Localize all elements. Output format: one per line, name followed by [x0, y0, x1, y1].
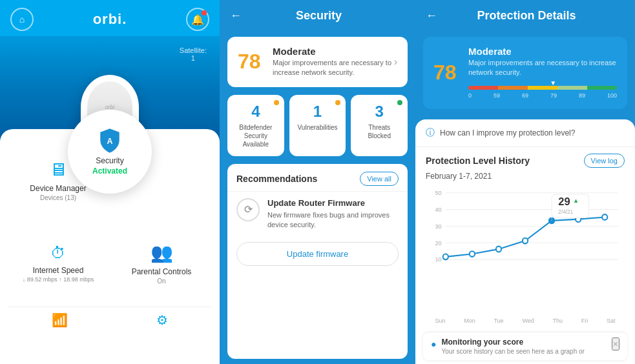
svg-text:2/4/21: 2/4/21 [558, 208, 573, 215]
parental-controls-label: Parental Controls [132, 267, 192, 276]
score-card-chevron-icon: › [394, 56, 397, 68]
scale-label-79: 79 [550, 92, 557, 99]
svg-text:30: 30 [435, 222, 441, 229]
sidebar-item-internet-speed[interactable]: ⏱ Internet Speed ↓ 89.52 mbps ↑ 18.98 mb… [8, 223, 109, 305]
shield-icon: A [97, 128, 123, 154]
monitoring-icon: ● [431, 339, 436, 349]
device-manager-icon: 🖥 [49, 159, 67, 180]
bitdefender-count: 4 [233, 103, 279, 121]
protection-score-desc: Major improvements are necessary to incr… [468, 58, 617, 78]
scale-orange-segment [498, 86, 528, 90]
scale-label-100: 100 [607, 92, 617, 99]
svg-text:A: A [107, 137, 113, 146]
x-label-tue: Tue [494, 318, 503, 324]
notification-dot [202, 10, 207, 15]
x-label-sat: Sat [607, 318, 616, 324]
svg-point-12 [470, 251, 475, 257]
home-topbar: ⌂ orbi. 🔔 [0, 0, 220, 36]
monitoring-desc: Your score history can be seen here as a… [441, 348, 609, 355]
bitdefender-stat-card[interactable]: 4 Bitdefender Security Available [227, 95, 284, 156]
security-score-desc: Major improvements are necessary to incr… [273, 58, 394, 78]
svg-text:10: 10 [435, 256, 441, 263]
sidebar-item-parental-controls[interactable]: 👥 Parental Controls On [111, 223, 212, 305]
scale-label-0: 0 [468, 92, 472, 99]
sidebar-item-security[interactable]: A Security Activated [68, 110, 152, 194]
monitoring-banner: ● Monitoring your score Your score histo… [423, 332, 627, 360]
vulnerabilities-label: Vulnerabilities [295, 123, 341, 132]
update-firmware-button[interactable]: Update firmware [236, 242, 399, 266]
security-label: Security [96, 156, 123, 165]
protection-title: Protection Details [448, 9, 605, 23]
recommendations-panel: Recommendations View all ⟳ Update Router… [227, 164, 408, 359]
panel-home: ⌂ orbi. 🔔 Satellite: 1 orbi A Security [0, 0, 220, 364]
scale-bar [468, 86, 617, 90]
svg-text:▲: ▲ [573, 196, 579, 203]
monitoring-close-button[interactable]: × [612, 338, 619, 350]
satellite-label: Satellite: 1 [180, 46, 207, 62]
scale-label-89: 89 [579, 92, 585, 99]
threats-count: 3 [356, 103, 402, 121]
security-back-button[interactable]: ← [230, 9, 242, 23]
protection-score-info: Moderate Major improvements are necessar… [468, 46, 617, 100]
svg-point-11 [443, 254, 448, 259]
security-title: Security [252, 9, 386, 23]
security-score-number: 78 [238, 50, 264, 74]
view-all-button[interactable]: View all [360, 172, 399, 186]
x-label-sun: Sun [435, 318, 445, 324]
firmware-rec-desc: New firmware fixes bugs and improves dev… [267, 210, 399, 230]
vulnerabilities-stat-card[interactable]: 1 Vulnerabilities [289, 95, 346, 156]
device-manager-label: Device Manager [30, 184, 86, 193]
orbi-logo: orbi. [93, 11, 127, 28]
device-count: Devices (13) [40, 194, 76, 201]
chart-x-labels: Sun Mon Tue Wed Thu Fri Sat [415, 318, 635, 328]
scale-label-59: 59 [494, 92, 500, 99]
protection-scale: ▼ 0 59 69 79 89 100 [468, 82, 617, 99]
protection-score-card: 78 Moderate Major improvements are neces… [423, 37, 627, 109]
improve-protection-row[interactable]: ⓘ How can I improve my protection level? [415, 119, 635, 147]
view-log-button[interactable]: View log [584, 154, 625, 168]
threats-stat-card[interactable]: 3 Threats Blocked [351, 95, 408, 156]
recommendations-title: Recommendations [236, 174, 317, 184]
bitdefender-dot [274, 100, 279, 105]
protection-chart: 50 40 30 20 10 29 [426, 186, 625, 276]
security-topbar: ← Security [220, 0, 415, 32]
network-icon-btn[interactable]: ⚙ [156, 312, 168, 354]
security-score-info: Moderate Major improvements are necessar… [273, 46, 394, 78]
svg-point-13 [496, 246, 501, 252]
history-title: Protection Level History [426, 156, 530, 166]
protection-content-area: ⓘ How can I improve my protection level?… [415, 119, 635, 364]
recommendation-item-firmware[interactable]: ⟳ Update Router Firmware New firmware fi… [227, 191, 408, 237]
security-stats: 4 Bitdefender Security Available 1 Vulne… [227, 95, 408, 156]
bitdefender-label: Bitdefender Security Available [233, 123, 279, 148]
history-header: Protection Level History View log [415, 147, 635, 172]
improve-info-icon: ⓘ [426, 127, 435, 139]
protection-topbar: ← Protection Details [415, 0, 635, 32]
improve-text: How can I improve my protection level? [440, 128, 575, 137]
monitoring-content: Monitoring your score Your score history… [441, 338, 609, 355]
threats-label: Threats Blocked [356, 123, 402, 140]
history-date: February 1-7, 2021 [415, 172, 635, 186]
wifi-icon-btn[interactable]: 📶 [52, 312, 68, 354]
security-score-level: Moderate [273, 46, 394, 57]
x-label-fri: Fri [581, 318, 588, 324]
scale-labels: 0 59 69 79 89 100 [468, 92, 617, 99]
notification-button[interactable]: 🔔 [186, 8, 209, 31]
svg-point-17 [602, 214, 607, 220]
threats-dot [397, 100, 402, 105]
scale-lime-segment [557, 86, 587, 90]
chart-area: 50 40 30 20 10 29 [415, 186, 635, 318]
home-bottom: A Security Activated 🖥 Device Manager De… [0, 129, 220, 364]
x-label-wed: Wed [522, 318, 534, 324]
panel-protection: ← Protection Details 78 Moderate Major i… [415, 0, 635, 364]
firmware-update-icon: ⟳ [236, 198, 260, 221]
scale-red-segment [468, 86, 498, 90]
security-score-card[interactable]: 78 Moderate Major improvements are neces… [227, 37, 408, 87]
internet-speed-label: Internet Speed [33, 266, 84, 275]
internet-speed-icon: ⏱ [50, 244, 66, 262]
protection-back-button[interactable]: ← [426, 9, 437, 23]
svg-text:40: 40 [435, 205, 441, 212]
protection-score-level: Moderate [468, 46, 617, 57]
vulnerabilities-count: 1 [295, 103, 341, 121]
home-button[interactable]: ⌂ [10, 8, 34, 31]
internet-speed-value: ↓ 89.52 mbps ↑ 18.98 mbps [23, 276, 94, 283]
